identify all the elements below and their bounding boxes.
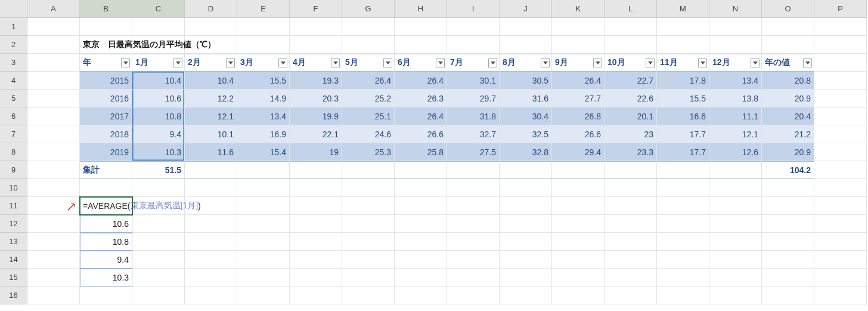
filter-dropdown-icon[interactable] [436, 58, 445, 67]
empty-cell[interactable] [604, 251, 657, 269]
col-header-A[interactable]: A [27, 0, 80, 18]
table-header-7月[interactable]: 7月 [447, 54, 500, 72]
row-header-9[interactable]: 9 [0, 161, 27, 179]
empty-cell[interactable] [657, 287, 709, 304]
empty-cell[interactable] [395, 18, 447, 36]
empty-cell[interactable] [604, 287, 657, 304]
empty-cell[interactable] [27, 287, 80, 304]
empty-cell[interactable] [814, 90, 867, 107]
empty-cell[interactable] [237, 233, 290, 251]
empty-cell[interactable] [500, 215, 552, 233]
col-header-C[interactable]: C [132, 0, 185, 18]
empty-cell[interactable] [27, 72, 80, 90]
filter-dropdown-icon[interactable] [488, 58, 497, 67]
empty-cell[interactable] [709, 36, 762, 54]
empty-cell[interactable] [500, 287, 552, 304]
empty-cell[interactable] [447, 215, 500, 233]
table-header-10月[interactable]: 10月 [604, 54, 657, 72]
empty-cell[interactable] [395, 251, 447, 269]
empty-cell[interactable] [342, 179, 395, 197]
empty-cell[interactable] [447, 197, 500, 215]
col-header-K[interactable]: K [552, 0, 604, 18]
empty-cell[interactable] [237, 215, 290, 233]
col-header-M[interactable]: M [657, 0, 709, 18]
empty-cell[interactable] [342, 251, 395, 269]
empty-cell[interactable] [604, 18, 657, 36]
table-header-11月[interactable]: 11月 [657, 54, 709, 72]
empty-cell[interactable] [342, 18, 395, 36]
empty-cell[interactable] [395, 179, 447, 197]
filter-dropdown-icon[interactable] [383, 58, 392, 67]
empty-cell[interactable] [657, 179, 709, 197]
empty-cell[interactable] [657, 18, 709, 36]
empty-cell[interactable] [342, 287, 395, 304]
row-header-2[interactable]: 2 [0, 36, 27, 54]
empty-cell[interactable] [237, 36, 290, 54]
empty-cell[interactable] [290, 36, 342, 54]
row-header-5[interactable]: 5 [0, 90, 27, 107]
empty-cell[interactable] [395, 287, 447, 304]
filter-dropdown-icon[interactable] [173, 58, 182, 67]
table-header-8月[interactable]: 8月 [500, 54, 552, 72]
row-header-1[interactable]: 1 [0, 18, 27, 36]
empty-cell[interactable] [132, 269, 185, 287]
empty-cell[interactable] [395, 269, 447, 287]
empty-cell[interactable] [814, 251, 867, 269]
empty-cell[interactable] [185, 287, 237, 304]
empty-cell[interactable] [447, 269, 500, 287]
row-header-11[interactable]: 11 [0, 197, 27, 215]
empty-cell[interactable] [132, 287, 185, 304]
filter-dropdown-icon[interactable] [751, 58, 760, 67]
col-header-I[interactable]: I [447, 0, 500, 18]
table-header-年の値[interactable]: 年の値 [762, 54, 814, 72]
empty-cell[interactable] [552, 287, 604, 304]
row-header-7[interactable]: 7 [0, 125, 27, 143]
empty-cell[interactable] [290, 197, 342, 215]
empty-cell[interactable] [237, 197, 290, 215]
empty-cell[interactable] [709, 287, 762, 304]
empty-cell[interactable] [27, 36, 80, 54]
empty-cell[interactable] [185, 18, 237, 36]
col-header-B[interactable]: B [80, 0, 132, 18]
empty-cell[interactable] [342, 197, 395, 215]
empty-cell[interactable] [27, 179, 80, 197]
empty-cell[interactable] [342, 215, 395, 233]
filter-dropdown-icon[interactable] [698, 58, 707, 67]
col-header-D[interactable]: D [185, 0, 237, 18]
empty-cell[interactable] [552, 36, 604, 54]
empty-cell[interactable] [657, 215, 709, 233]
empty-cell[interactable] [27, 18, 80, 36]
empty-cell[interactable] [132, 233, 185, 251]
empty-cell[interactable] [290, 251, 342, 269]
row-header-14[interactable]: 14 [0, 251, 27, 269]
empty-cell[interactable] [552, 269, 604, 287]
empty-cell[interactable] [762, 36, 814, 54]
empty-cell[interactable] [709, 233, 762, 251]
empty-cell[interactable] [27, 269, 80, 287]
table-header-3月[interactable]: 3月 [237, 54, 290, 72]
empty-cell[interactable] [27, 90, 80, 107]
empty-cell[interactable] [657, 197, 709, 215]
empty-cell[interactable] [27, 161, 80, 179]
empty-cell[interactable] [762, 269, 814, 287]
empty-cell[interactable] [395, 36, 447, 54]
empty-cell[interactable] [709, 251, 762, 269]
row-header-8[interactable]: 8 [0, 143, 27, 161]
table-header-1月[interactable]: 1月 [132, 54, 185, 72]
empty-cell[interactable] [447, 18, 500, 36]
empty-cell[interactable] [185, 233, 237, 251]
col-header-F[interactable]: F [290, 0, 342, 18]
empty-cell[interactable] [657, 36, 709, 54]
empty-cell[interactable] [762, 18, 814, 36]
empty-cell[interactable] [552, 197, 604, 215]
col-header-O[interactable]: O [762, 0, 814, 18]
col-header-G[interactable]: G [342, 0, 395, 18]
filter-dropdown-icon[interactable] [331, 58, 340, 67]
table-header-12月[interactable]: 12月 [709, 54, 762, 72]
filter-dropdown-icon[interactable] [803, 58, 812, 67]
row-header-15[interactable]: 15 [0, 269, 27, 287]
empty-cell[interactable] [604, 233, 657, 251]
empty-cell[interactable] [185, 179, 237, 197]
active-cell-formula[interactable]: =AVERAGE(東京最高気温[1月]) [80, 197, 132, 215]
empty-cell[interactable] [604, 215, 657, 233]
